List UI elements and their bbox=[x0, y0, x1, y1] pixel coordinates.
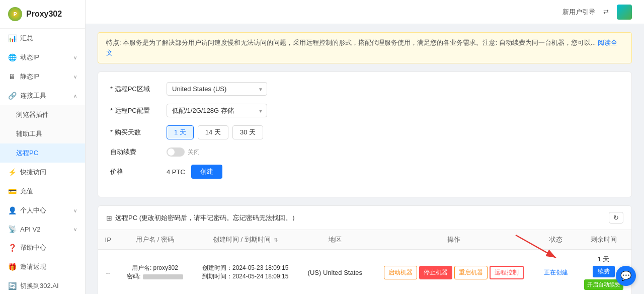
sidebar-item-label: 帮助中心 bbox=[20, 243, 46, 252]
day-btn-30[interactable]: 30 天 bbox=[232, 125, 263, 139]
day-btn-14[interactable]: 14 天 bbox=[198, 125, 228, 139]
quick-access-icon: ⚡ bbox=[8, 168, 16, 176]
language-toggle[interactable]: ⇄ bbox=[603, 8, 609, 16]
sidebar-item-label: 充值 bbox=[20, 187, 33, 196]
action-buttons: 启动机器 停止机器 重启机器 远程控制 bbox=[377, 266, 530, 279]
table-header: ⊞ 远程PC (更改初始密码后，请牢记密码。忘记密码无法找回。） ↻ bbox=[98, 206, 631, 230]
table-title-text: 远程PC (更改初始密码后，请牢记密码。忘记密码无法找回。） bbox=[115, 213, 298, 223]
password-row: 密码: bbox=[124, 272, 186, 281]
table-container: IP 用户名 / 密码 创建时间 / 到期时间 ⇅ 地区 操作 状态 剩余时间 bbox=[98, 230, 631, 294]
sidebar-item-dynamic-ip[interactable]: 🌐 动态IP ∨ bbox=[0, 48, 85, 67]
api-icon: 📡 bbox=[8, 225, 16, 233]
topbar: 新用户引导 ⇄ bbox=[86, 0, 644, 24]
cell-time: 创建时间：2024-05-23 18:09:15 到期时间：2024-05-24… bbox=[192, 250, 299, 295]
chevron-icon: ∨ bbox=[73, 227, 77, 232]
sidebar-item-api-v2[interactable]: 📡 API V2 ∨ bbox=[0, 220, 85, 238]
chevron-icon: ∨ bbox=[73, 55, 77, 60]
sidebar-item-helper-tools[interactable]: 辅助工具 bbox=[0, 124, 85, 143]
refresh-button[interactable]: ↻ bbox=[609, 212, 623, 224]
sidebar-item-connect-tools[interactable]: 🔗 连接工具 ∧ bbox=[0, 86, 85, 105]
auto-renew-toggle[interactable]: 关闭 bbox=[167, 148, 200, 157]
avatar[interactable] bbox=[617, 5, 632, 20]
sidebar-item-label: 切换到302.AI bbox=[20, 281, 59, 290]
restart-machine-button[interactable]: 重启机器 bbox=[454, 266, 488, 279]
purchase-label: * 购买天数 bbox=[110, 128, 160, 137]
region-select[interactable]: United States (US) Japan (JP) United Kin… bbox=[167, 82, 267, 96]
sidebar-item-label: 连接工具 bbox=[20, 91, 46, 100]
translate-icon: ⇄ bbox=[603, 8, 609, 16]
create-button[interactable]: 创建 bbox=[191, 165, 222, 179]
day-btn-1[interactable]: 1 天 bbox=[167, 125, 194, 139]
config-label: * 远程PC配置 bbox=[110, 106, 160, 115]
price-row: 价格 4 PTC 创建 bbox=[110, 165, 619, 179]
cell-region: (US) United States bbox=[299, 250, 371, 295]
col-time: 创建时间 / 到期时间 ⇅ bbox=[192, 230, 299, 250]
sidebar-item-browser-plugin[interactable]: 浏览器插件 bbox=[0, 105, 85, 124]
col-remain: 剩余时间 bbox=[576, 230, 631, 250]
switch-icon: 🔄 bbox=[8, 282, 16, 290]
sidebar-item-personal-center[interactable]: 👤 个人中心 ∨ bbox=[0, 201, 85, 220]
table-row: -- 用户名: proxy302 密码: 创建时间：2024-05-23 18:… bbox=[98, 250, 631, 295]
password-blur bbox=[143, 274, 183, 279]
sidebar-item-label: 快捷访问 bbox=[20, 168, 46, 177]
help-icon: ❓ bbox=[8, 244, 16, 252]
sidebar-item-label: 远程PC bbox=[16, 149, 38, 158]
cell-ip: -- bbox=[98, 250, 118, 295]
col-region: 地区 bbox=[299, 230, 371, 250]
sidebar-item-label: 动态IP bbox=[20, 53, 39, 62]
expire-time: 到期时间：2024-05-24 18:09:15 bbox=[198, 272, 293, 281]
username-text: 用户名: proxy302 bbox=[124, 264, 186, 272]
toggle-state-label: 关闭 bbox=[188, 148, 200, 157]
static-ip-icon: 🖥 bbox=[8, 72, 16, 81]
sidebar-item-switch-302ai[interactable]: 🔄 切换到302.AI bbox=[0, 276, 85, 294]
sidebar-item-summary[interactable]: 📊 汇总 bbox=[0, 29, 85, 48]
sidebar-item-invite[interactable]: 🎁 邀请返现 bbox=[0, 257, 85, 276]
price-label: 价格 bbox=[110, 167, 160, 176]
table-card: ⊞ 远程PC (更改初始密码后，请牢记密码。忘记密码无法找回。） ↻ IP 用户… bbox=[98, 205, 632, 294]
col-status: 状态 bbox=[536, 230, 576, 250]
status-badge: 正在创建 bbox=[544, 269, 568, 276]
sidebar-item-static-ip[interactable]: 🖥 静态IP ∨ bbox=[0, 67, 85, 86]
sidebar-item-label: API V2 bbox=[20, 226, 40, 233]
col-user: 用户名 / 密码 bbox=[118, 230, 192, 250]
sidebar-item-recharge[interactable]: 💳 充值 bbox=[0, 182, 85, 201]
notice-text: 特点: 本服务是为了解决部分用户访问速度慢和无法访问的问题，采用远程控制的形式，… bbox=[106, 39, 596, 46]
start-machine-button[interactable]: 启动机器 bbox=[384, 266, 417, 279]
logo-icon: P bbox=[8, 7, 22, 21]
remain-days: 1 天 bbox=[582, 255, 625, 264]
dynamic-ip-icon: 🌐 bbox=[8, 53, 16, 61]
new-user-guide[interactable]: 新用户引导 bbox=[562, 8, 595, 17]
sidebar-item-remote-pc[interactable]: 远程PC bbox=[0, 143, 85, 163]
config-select[interactable]: 低配/1/2G/128G 存储 中配/2/4G/256G 存储 高配/4/8G/… bbox=[167, 104, 267, 117]
sidebar-item-label: 静态IP bbox=[20, 72, 39, 81]
toggle-thumb bbox=[168, 149, 175, 156]
toggle-track[interactable] bbox=[167, 148, 185, 157]
remote-control-button[interactable]: 远程控制 bbox=[490, 266, 524, 279]
page-content: 特点: 本服务是为了解决部分用户访问速度慢和无法访问的问题，采用远程控制的形式，… bbox=[86, 24, 644, 294]
chat-button[interactable]: 💬 bbox=[616, 266, 636, 286]
summary-icon: 📊 bbox=[8, 34, 16, 42]
sidebar-item-label: 汇总 bbox=[20, 34, 33, 43]
sidebar: P Proxy302 📊 汇总 🌐 动态IP ∨ 🖥 静态IP ∨ 🔗 连接工具… bbox=[0, 0, 86, 294]
form-card: * 远程PC区域 United States (US) Japan (JP) U… bbox=[98, 71, 632, 197]
chat-icon: 💬 bbox=[620, 270, 631, 281]
config-row: * 远程PC配置 低配/1/2G/128G 存储 中配/2/4G/256G 存储… bbox=[110, 104, 619, 117]
renew-button[interactable]: 续费 bbox=[593, 266, 615, 277]
sidebar-item-label: 浏览器插件 bbox=[16, 110, 49, 119]
stop-machine-button[interactable]: 停止机器 bbox=[419, 266, 452, 279]
chevron-up-icon: ∧ bbox=[73, 93, 77, 99]
sidebar-item-help-center[interactable]: ❓ 帮助中心 bbox=[0, 238, 85, 257]
table-icon: ⊞ bbox=[106, 214, 112, 222]
sort-icon: ⇅ bbox=[274, 237, 278, 243]
region-row: * 远程PC区域 United States (US) Japan (JP) U… bbox=[110, 82, 619, 96]
invite-icon: 🎁 bbox=[8, 263, 16, 271]
price-value: 4 PTC bbox=[167, 168, 185, 176]
remote-pc-table: IP 用户名 / 密码 创建时间 / 到期时间 ⇅ 地区 操作 状态 剩余时间 bbox=[98, 230, 631, 294]
new-user-guide-label: 新用户引导 bbox=[562, 8, 595, 17]
connect-tools-icon: 🔗 bbox=[8, 92, 16, 100]
sidebar-sub-section: 浏览器插件 辅助工具 远程PC bbox=[0, 105, 85, 163]
sidebar-item-quick-access[interactable]: ⚡ 快捷访问 bbox=[0, 163, 85, 182]
purchase-days-row: * 购买天数 1 天 14 天 30 天 bbox=[110, 125, 619, 139]
auto-renew-row: 自动续费 关闭 bbox=[110, 148, 619, 157]
region-label: * 远程PC区域 bbox=[110, 85, 160, 94]
